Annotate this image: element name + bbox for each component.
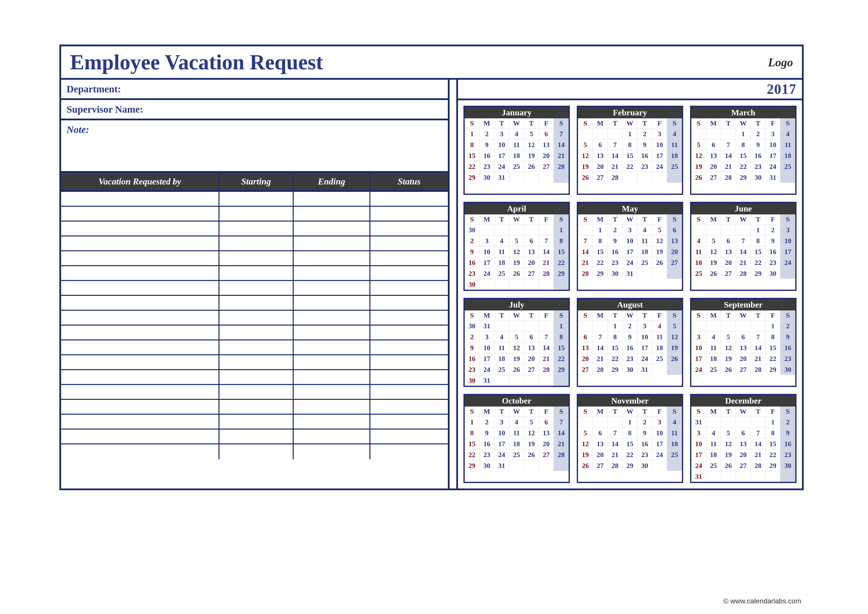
day-cell: . [554, 375, 569, 386]
table-row[interactable] [61, 445, 448, 459]
day-cell: 12 [652, 235, 667, 246]
table-row[interactable] [61, 311, 448, 326]
table-row[interactable] [61, 296, 448, 311]
department-field[interactable]: Department: [61, 80, 448, 100]
dow-cell: M [479, 407, 494, 417]
day-cell: . [706, 417, 721, 427]
table-row[interactable] [61, 429, 448, 445]
day-cell: 24 [494, 449, 509, 460]
dow-cell: T [608, 215, 623, 224]
day-cell: . [691, 320, 706, 331]
month-june: JuneSMTWTFS....1234567891011121314151617… [690, 202, 797, 291]
day-cell: 11 [494, 246, 509, 257]
supervisor-field[interactable]: Supervisor Name: [61, 100, 448, 120]
day-cell: 5 [652, 224, 667, 235]
logo-placeholder: Logo [768, 56, 793, 69]
dow-cell: M [479, 118, 494, 128]
dow-cell: T [721, 215, 736, 224]
day-cell: 9 [780, 331, 795, 342]
table-row[interactable] [61, 340, 448, 355]
dow-cell: M [706, 311, 721, 320]
table-row[interactable] [61, 385, 448, 400]
day-cell: 9 [766, 235, 780, 246]
day-cell: 11 [691, 246, 706, 257]
day-cell: 11 [706, 342, 721, 353]
dow-cell: S [465, 215, 479, 224]
day-cell: 29 [465, 460, 479, 471]
month-may: MaySMTWTFS.12345678910111213141516171819… [577, 202, 683, 291]
day-cell: 2 [780, 417, 795, 427]
table-row[interactable] [61, 281, 448, 296]
day-cell: 30 [465, 375, 479, 386]
dow-cell: T [637, 311, 652, 320]
day-cell: 28 [608, 172, 623, 183]
dow-row: SMTWTFS [465, 215, 569, 224]
day-cell: 20 [593, 161, 608, 172]
dow-cell: T [494, 407, 509, 417]
dow-cell: T [751, 311, 766, 320]
day-cell: 18 [494, 257, 509, 268]
day-cell: . [623, 172, 637, 183]
table-row[interactable] [61, 192, 448, 207]
day-cell: 30 [479, 460, 494, 471]
dow-row: SMTWTFS [691, 407, 795, 417]
dow-cell: S [691, 311, 706, 320]
dow-cell: T [608, 407, 623, 417]
day-cell: . [706, 128, 721, 139]
day-cell: 24 [637, 353, 652, 364]
table-row[interactable] [61, 251, 448, 266]
day-cell: 4 [509, 417, 524, 427]
table-row[interactable] [61, 266, 448, 281]
table-row[interactable] [61, 326, 448, 340]
day-cell: 23 [780, 449, 795, 460]
day-cell: 11 [706, 438, 721, 449]
day-cell: 25 [706, 364, 721, 375]
dow-cell: W [736, 118, 751, 128]
day-cell: 29 [554, 364, 569, 375]
note-field[interactable]: Note: [61, 120, 448, 173]
day-cell: 15 [465, 150, 479, 161]
day-cell: 19 [524, 438, 539, 449]
day-cell: 6 [539, 128, 554, 139]
day-cell: 1 [766, 320, 780, 331]
day-cell: 16 [780, 342, 795, 353]
day-cell: 27 [736, 460, 751, 471]
day-cell: 19 [667, 342, 682, 353]
dow-row: SMTWTFS [578, 407, 682, 417]
day-cell: 24 [691, 364, 706, 375]
day-cell: 17 [637, 342, 652, 353]
day-cell: 7 [554, 417, 569, 427]
day-cell: 13 [721, 246, 736, 257]
day-cell: 31 [766, 172, 780, 183]
day-cell: 3 [766, 128, 780, 139]
table-row[interactable] [61, 400, 448, 415]
day-cell: 7 [751, 427, 766, 438]
dow-cell: S [780, 215, 795, 224]
day-cell: 9 [479, 139, 494, 150]
table-row[interactable] [61, 355, 448, 370]
day-cell: 2 [637, 417, 652, 427]
day-cell: 7 [608, 427, 623, 438]
day-cell: 8 [554, 235, 569, 246]
day-cell: 20 [539, 150, 554, 161]
table-row[interactable] [61, 415, 448, 429]
day-cell: . [509, 320, 524, 331]
day-cell: 9 [479, 427, 494, 438]
day-cell: 13 [736, 438, 751, 449]
table-row[interactable] [61, 222, 448, 236]
table-row[interactable] [61, 370, 448, 385]
table-row[interactable] [61, 236, 448, 251]
day-cell: . [494, 375, 509, 386]
day-cell: 4 [667, 417, 682, 427]
credit-text: © www.calendarlabs.com [723, 597, 801, 605]
day-cell: 17 [494, 150, 509, 161]
day-cell: 30 [780, 460, 795, 471]
day-cell: 15 [554, 342, 569, 353]
table-row[interactable] [61, 207, 448, 222]
day-cell: . [780, 268, 795, 279]
day-cell: 31 [494, 172, 509, 183]
day-cell: 15 [465, 438, 479, 449]
dow-cell: F [539, 118, 554, 128]
day-cell: . [721, 471, 736, 482]
day-cell: 5 [524, 417, 539, 427]
